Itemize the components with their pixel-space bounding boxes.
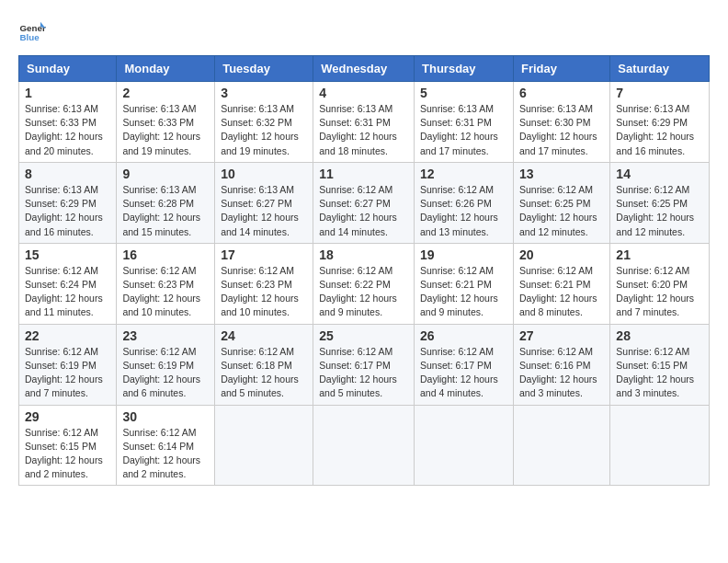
calendar-cell: 27 Sunrise: 6:12 AMSunset: 6:16 PMDaylig…	[513, 324, 609, 405]
calendar-cell	[215, 405, 313, 486]
day-number: 26	[420, 328, 507, 343]
day-info: Sunrise: 6:12 AMSunset: 6:21 PMDaylight:…	[420, 265, 498, 318]
calendar-cell: 6 Sunrise: 6:13 AMSunset: 6:30 PMDayligh…	[513, 82, 609, 163]
calendar-cell	[313, 405, 415, 486]
day-number: 24	[221, 328, 307, 343]
day-number: 23	[122, 328, 209, 343]
day-number: 29	[25, 409, 110, 424]
day-number: 1	[25, 86, 110, 100]
day-info: Sunrise: 6:12 AMSunset: 6:24 PMDaylight:…	[25, 265, 103, 318]
column-header-saturday: Saturday	[610, 56, 710, 82]
day-info: Sunrise: 6:13 AMSunset: 6:27 PMDaylight:…	[221, 184, 299, 237]
week-row-2: 8 Sunrise: 6:13 AMSunset: 6:29 PMDayligh…	[19, 162, 710, 243]
day-number: 13	[519, 167, 604, 181]
week-row-1: 1 Sunrise: 6:13 AMSunset: 6:33 PMDayligh…	[19, 82, 710, 163]
column-header-sunday: Sunday	[19, 56, 117, 82]
day-info: Sunrise: 6:13 AMSunset: 6:33 PMDaylight:…	[122, 103, 200, 156]
calendar-cell: 17 Sunrise: 6:12 AMSunset: 6:23 PMDaylig…	[215, 243, 313, 324]
calendar-cell: 14 Sunrise: 6:12 AMSunset: 6:25 PMDaylig…	[610, 162, 710, 243]
week-row-5: 29 Sunrise: 6:12 AMSunset: 6:15 PMDaylig…	[19, 405, 710, 486]
calendar-cell: 16 Sunrise: 6:12 AMSunset: 6:23 PMDaylig…	[117, 243, 215, 324]
column-header-monday: Monday	[117, 56, 215, 82]
calendar-cell: 1 Sunrise: 6:13 AMSunset: 6:33 PMDayligh…	[19, 82, 117, 163]
column-header-tuesday: Tuesday	[215, 56, 313, 82]
day-info: Sunrise: 6:13 AMSunset: 6:28 PMDaylight:…	[122, 184, 200, 237]
header: General Blue	[18, 18, 710, 46]
day-number: 28	[616, 328, 703, 343]
calendar-cell: 18 Sunrise: 6:12 AMSunset: 6:22 PMDaylig…	[313, 243, 415, 324]
day-info: Sunrise: 6:12 AMSunset: 6:25 PMDaylight:…	[519, 184, 597, 237]
logo-icon: General Blue	[18, 18, 46, 46]
day-number: 12	[420, 167, 507, 181]
week-row-4: 22 Sunrise: 6:12 AMSunset: 6:19 PMDaylig…	[19, 324, 710, 405]
day-info: Sunrise: 6:13 AMSunset: 6:31 PMDaylight:…	[319, 103, 397, 156]
day-info: Sunrise: 6:12 AMSunset: 6:19 PMDaylight:…	[122, 346, 200, 399]
day-number: 20	[519, 247, 604, 262]
day-number: 25	[319, 328, 408, 343]
logo: General Blue	[18, 18, 46, 46]
day-info: Sunrise: 6:13 AMSunset: 6:32 PMDaylight:…	[221, 103, 299, 156]
day-number: 17	[221, 247, 307, 262]
calendar-cell: 15 Sunrise: 6:12 AMSunset: 6:24 PMDaylig…	[19, 243, 117, 324]
day-number: 11	[319, 167, 408, 181]
calendar-cell: 30 Sunrise: 6:12 AMSunset: 6:14 PMDaylig…	[117, 405, 215, 486]
day-info: Sunrise: 6:13 AMSunset: 6:29 PMDaylight:…	[25, 184, 103, 237]
day-number: 2	[122, 86, 209, 100]
calendar-cell: 24 Sunrise: 6:12 AMSunset: 6:18 PMDaylig…	[215, 324, 313, 405]
column-header-friday: Friday	[513, 56, 609, 82]
day-info: Sunrise: 6:12 AMSunset: 6:15 PMDaylight:…	[616, 346, 694, 399]
calendar-cell: 26 Sunrise: 6:12 AMSunset: 6:17 PMDaylig…	[415, 324, 514, 405]
day-info: Sunrise: 6:12 AMSunset: 6:19 PMDaylight:…	[25, 346, 103, 399]
svg-text:Blue: Blue	[20, 32, 40, 42]
day-info: Sunrise: 6:12 AMSunset: 6:17 PMDaylight:…	[420, 346, 498, 399]
calendar-cell: 28 Sunrise: 6:12 AMSunset: 6:15 PMDaylig…	[610, 324, 710, 405]
calendar-cell: 8 Sunrise: 6:13 AMSunset: 6:29 PMDayligh…	[19, 162, 117, 243]
day-number: 27	[519, 328, 604, 343]
day-info: Sunrise: 6:12 AMSunset: 6:22 PMDaylight:…	[319, 265, 397, 318]
day-info: Sunrise: 6:13 AMSunset: 6:31 PMDaylight:…	[420, 103, 498, 156]
calendar-cell: 22 Sunrise: 6:12 AMSunset: 6:19 PMDaylig…	[19, 324, 117, 405]
calendar-cell: 3 Sunrise: 6:13 AMSunset: 6:32 PMDayligh…	[215, 82, 313, 163]
day-info: Sunrise: 6:12 AMSunset: 6:18 PMDaylight:…	[221, 346, 299, 399]
calendar-cell	[513, 405, 609, 486]
week-row-3: 15 Sunrise: 6:12 AMSunset: 6:24 PMDaylig…	[19, 243, 710, 324]
day-number: 10	[221, 167, 307, 181]
day-info: Sunrise: 6:12 AMSunset: 6:26 PMDaylight:…	[420, 184, 498, 237]
calendar-table: SundayMondayTuesdayWednesdayThursdayFrid…	[18, 55, 710, 486]
day-number: 9	[122, 167, 209, 181]
calendar-header-row: SundayMondayTuesdayWednesdayThursdayFrid…	[19, 56, 710, 82]
day-info: Sunrise: 6:13 AMSunset: 6:33 PMDaylight:…	[25, 103, 103, 156]
day-number: 15	[25, 247, 110, 262]
calendar-cell: 21 Sunrise: 6:12 AMSunset: 6:20 PMDaylig…	[610, 243, 710, 324]
calendar-cell: 13 Sunrise: 6:12 AMSunset: 6:25 PMDaylig…	[513, 162, 609, 243]
calendar-cell: 9 Sunrise: 6:13 AMSunset: 6:28 PMDayligh…	[117, 162, 215, 243]
calendar-cell: 10 Sunrise: 6:13 AMSunset: 6:27 PMDaylig…	[215, 162, 313, 243]
day-info: Sunrise: 6:13 AMSunset: 6:29 PMDaylight:…	[616, 103, 694, 156]
day-info: Sunrise: 6:12 AMSunset: 6:14 PMDaylight:…	[122, 427, 200, 480]
day-info: Sunrise: 6:12 AMSunset: 6:23 PMDaylight:…	[122, 265, 200, 318]
calendar-cell: 12 Sunrise: 6:12 AMSunset: 6:26 PMDaylig…	[415, 162, 514, 243]
day-number: 14	[616, 167, 703, 181]
calendar-cell: 4 Sunrise: 6:13 AMSunset: 6:31 PMDayligh…	[313, 82, 415, 163]
day-number: 19	[420, 247, 507, 262]
day-number: 5	[420, 86, 507, 100]
day-info: Sunrise: 6:12 AMSunset: 6:15 PMDaylight:…	[25, 427, 103, 480]
day-number: 8	[25, 167, 110, 181]
day-number: 3	[221, 86, 307, 100]
day-number: 4	[319, 86, 408, 100]
day-number: 30	[122, 409, 209, 424]
calendar-cell: 7 Sunrise: 6:13 AMSunset: 6:29 PMDayligh…	[610, 82, 710, 163]
day-number: 16	[122, 247, 209, 262]
day-info: Sunrise: 6:12 AMSunset: 6:20 PMDaylight:…	[616, 265, 694, 318]
day-info: Sunrise: 6:12 AMSunset: 6:21 PMDaylight:…	[519, 265, 597, 318]
day-info: Sunrise: 6:13 AMSunset: 6:30 PMDaylight:…	[519, 103, 597, 156]
calendar-cell: 20 Sunrise: 6:12 AMSunset: 6:21 PMDaylig…	[513, 243, 609, 324]
calendar-cell: 19 Sunrise: 6:12 AMSunset: 6:21 PMDaylig…	[415, 243, 514, 324]
day-info: Sunrise: 6:12 AMSunset: 6:25 PMDaylight:…	[616, 184, 694, 237]
day-number: 6	[519, 86, 604, 100]
column-header-thursday: Thursday	[415, 56, 514, 82]
calendar-cell: 2 Sunrise: 6:13 AMSunset: 6:33 PMDayligh…	[117, 82, 215, 163]
calendar-cell: 11 Sunrise: 6:12 AMSunset: 6:27 PMDaylig…	[313, 162, 415, 243]
day-info: Sunrise: 6:12 AMSunset: 6:16 PMDaylight:…	[519, 346, 597, 399]
day-info: Sunrise: 6:12 AMSunset: 6:17 PMDaylight:…	[319, 346, 397, 399]
